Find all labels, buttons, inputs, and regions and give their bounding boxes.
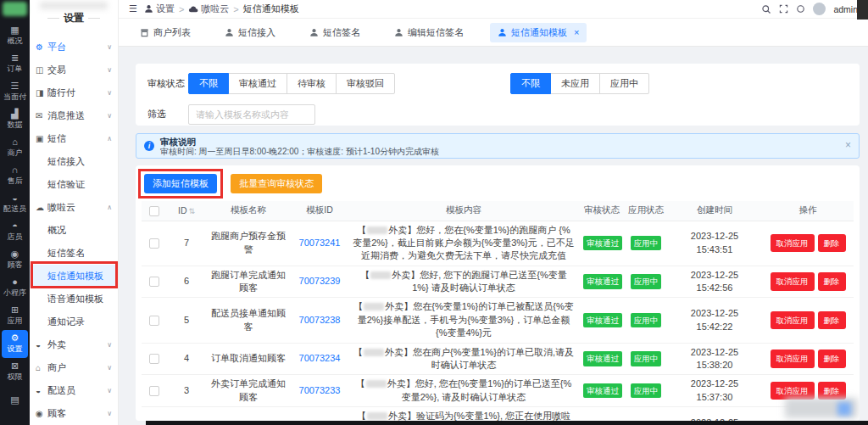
status-option-审核驳回[interactable]: 审核驳回: [336, 73, 395, 94]
rail-item-data[interactable]: ▟数据: [0, 106, 30, 134]
row-checkbox[interactable]: [149, 316, 159, 326]
sidebar-item-aola-cloud[interactable]: ☁嗷啦云∧: [30, 196, 118, 219]
menu-fold-icon[interactable]: ☰: [129, 3, 137, 14]
alert-close-icon[interactable]: ×: [845, 140, 851, 150]
breadcrumb-item[interactable]: 设置: [144, 3, 175, 15]
toolbar: 添加短信模板 批量查询审核状态: [142, 171, 854, 196]
apply-option-应用中[interactable]: 应用中: [599, 73, 649, 94]
topbar: ☰ 设置>嗷啦云>短信通知模板 admin: [119, 0, 868, 19]
tab-merchant-list[interactable]: 商户列表: [132, 23, 198, 42]
sidebar-item-label: 嗷啦云: [47, 201, 107, 214]
rail-item-courier[interactable]: ◒配送员: [0, 190, 30, 218]
tab-sms-template[interactable]: 短信通知模板×: [490, 23, 587, 42]
sidebar-item-notify-log[interactable]: 通知记录: [30, 310, 118, 333]
settings-sidebar: 设置 ⚙平台∨◫交易∨◨随行付∨✉消息推送∨▣短信∧短信接入短信验证☁嗷啦云∧概…: [30, 0, 119, 425]
apply-option-未应用[interactable]: 未应用: [550, 73, 600, 94]
message-push-icon: ✉: [36, 111, 47, 120]
apply-option-不限[interactable]: 不限: [510, 73, 551, 94]
header-checkbox[interactable]: [149, 206, 159, 216]
template-id-link[interactable]: 70073239: [299, 276, 341, 286]
template-id-link[interactable]: 70073241: [299, 238, 341, 248]
sidebar-item-sms-template[interactable]: 短信通知模板: [30, 265, 118, 288]
rail-item-aftersale[interactable]: ∩售后: [0, 162, 30, 190]
cell-review-status: 审核通过: [579, 407, 625, 421]
refresh-circle-icon[interactable]: [796, 4, 805, 14]
sidebar-item-sms[interactable]: ▣短信∧: [30, 127, 118, 150]
sidebar-item-voice-template[interactable]: 语音通知模板: [30, 288, 118, 310]
row-checkbox[interactable]: [149, 238, 159, 249]
table-header-row: ID⇅模板名称模板ID模板内容审核状态应用状态创建时间操作: [142, 201, 854, 221]
rail-item-overview[interactable]: ▦概况: [0, 22, 30, 50]
sidebar-item-cloud-overview[interactable]: 概况: [30, 219, 118, 242]
fullscreen-icon[interactable]: [779, 4, 788, 14]
delete-button[interactable]: 删除: [818, 234, 846, 252]
tab-edit-sms-signature[interactable]: 编辑短信签名: [387, 23, 471, 42]
rail-item-apps[interactable]: ⊞应用: [0, 302, 30, 330]
cell-checkbox: [142, 343, 167, 375]
status-option-待审核[interactable]: 待审核: [287, 73, 337, 94]
user-icon: [144, 4, 153, 14]
template-id-link[interactable]: 70073234: [299, 353, 341, 363]
status-option-审核通过[interactable]: 审核通过: [228, 73, 287, 94]
delete-button[interactable]: 删除: [818, 350, 846, 367]
cell-created-time: 2023-12-25 15:37:30: [667, 375, 762, 407]
cancel-apply-button[interactable]: 取消应用: [771, 234, 815, 252]
breadcrumb-item[interactable]: 短信通知模板: [243, 3, 299, 15]
row-checkbox[interactable]: [149, 386, 159, 396]
filter-panel: 审核状态 不限审核通过待审核审核驳回 不限未应用应用中 筛选: [136, 64, 860, 126]
delete-button[interactable]: 删除: [818, 311, 846, 329]
cell-apply-status: 应用中: [625, 266, 667, 298]
table-row: 5配送员接单通知顾客70073238【外卖】您在{%变量1%}的订单已被配送员{…: [142, 298, 854, 343]
rail-item-settings[interactable]: ⚙设置: [2, 330, 28, 358]
sidebar-item-label: 短信: [47, 132, 107, 145]
sidebar-item-trade[interactable]: ◫交易∨: [30, 59, 118, 81]
template-search-input[interactable]: [188, 104, 315, 125]
batch-query-review-button[interactable]: 批量查询审核状态: [231, 174, 322, 193]
delete-button[interactable]: 删除: [818, 272, 846, 290]
rail-item-customer[interactable]: ◉顾客: [0, 246, 30, 274]
template-id-link[interactable]: 70073238: [299, 315, 341, 325]
rail-item-miniprogram[interactable]: ●小程序: [0, 274, 30, 302]
redacted-brand: [367, 226, 387, 234]
breadcrumb-item[interactable]: 嗷啦云: [188, 3, 229, 15]
breadcrumb-label: 设置: [156, 3, 175, 15]
cell-id: 2: [167, 407, 206, 421]
breadcrumb-label: 嗷啦云: [201, 3, 229, 15]
user-icon: [498, 28, 507, 37]
cancel-apply-button[interactable]: 取消应用: [771, 272, 815, 290]
status-option-不限[interactable]: 不限: [188, 73, 229, 94]
sidebar-item-sms-signature[interactable]: 短信签名: [30, 242, 118, 265]
row-checkbox[interactable]: [149, 277, 159, 287]
cancel-apply-button[interactable]: 取消应用: [771, 350, 815, 367]
cancel-apply-button[interactable]: 取消应用: [771, 311, 815, 329]
rail-item-docs[interactable]: ▤: [0, 386, 30, 414]
sidebar-item-courier[interactable]: ◒配送员∨: [30, 379, 118, 402]
add-template-button[interactable]: 添加短信模板: [144, 174, 217, 193]
rail-item-permission[interactable]: ⊠权限: [0, 358, 30, 386]
row-checkbox[interactable]: [149, 354, 159, 364]
sidebar-item-message-push[interactable]: ✉消息推送∨: [30, 104, 118, 127]
sidebar-item-platform[interactable]: ⚙平台∨: [30, 36, 118, 59]
username[interactable]: admin: [833, 4, 858, 14]
rail-item-f2f-pay[interactable]: ☰当面付: [0, 78, 30, 106]
template-id-link[interactable]: 70073233: [299, 385, 341, 395]
sort-icon[interactable]: ⇅: [188, 207, 195, 215]
rail-item-orders[interactable]: ≣订单: [0, 50, 30, 78]
chevron-down-icon: ∨: [107, 43, 112, 51]
sidebar-item-suixingpay[interactable]: ◨随行付∨: [30, 81, 118, 104]
tab-sms-access[interactable]: 短信接入: [217, 23, 283, 42]
sidebar-item-merchant[interactable]: ⌂商户∨: [30, 356, 118, 379]
tab-sms-signature[interactable]: 短信签名: [302, 23, 368, 42]
sidebar-item-sms-verify[interactable]: 短信验证: [30, 173, 118, 196]
avatar[interactable]: [813, 3, 826, 15]
sidebar-item-label: 消息推送: [47, 109, 107, 122]
apply-status-badge: 应用中: [631, 236, 662, 250]
sidebar-item-customer[interactable]: ◉顾客∨: [30, 402, 118, 425]
sidebar-item-sms-access[interactable]: 短信接入: [30, 150, 118, 173]
rail-item-merchant[interactable]: ⌂商户: [0, 134, 30, 162]
search-icon[interactable]: [761, 4, 771, 14]
sidebar-item-takeout[interactable]: ◒外卖∨: [30, 333, 118, 356]
tab-close-icon[interactable]: ×: [574, 28, 579, 37]
cell-template-name: 外卖订单完成通知顾客: [206, 375, 291, 407]
rail-item-clerk[interactable]: ◓店员: [0, 218, 30, 246]
